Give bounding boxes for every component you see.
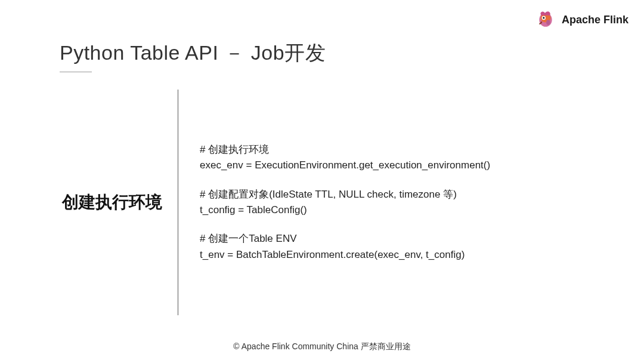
title-underline (60, 72, 92, 72)
content-area: 创建执行环境 # 创建执行环境 exec_env = ExecutionEnvi… (54, 90, 608, 315)
code-line: t_env = BatchTableEnvironment.create(exe… (200, 247, 608, 263)
code-line: t_config = TableConfig() (200, 202, 608, 218)
vertical-divider (178, 90, 178, 315)
code-comment: # 创建执行环境 (200, 142, 608, 158)
svg-point-4 (546, 20, 550, 25)
brand-header: Apache Flink (535, 8, 628, 32)
footer-copyright: © Apache Flink Community China 严禁商业用途 (0, 342, 644, 352)
section-label-column: 创建执行环境 (54, 90, 173, 315)
blank-line (200, 174, 608, 187)
page-title: Python Table API － Job开发 (60, 39, 326, 67)
code-comment: # 创建配置对象(IdleState TTL, NULL check, time… (200, 187, 608, 202)
blank-line (200, 218, 608, 231)
brand-name: Apache Flink (562, 14, 628, 26)
section-label: 创建执行环境 (62, 191, 162, 214)
code-comment: # 创建一个Table ENV (200, 231, 608, 247)
code-column: # 创建执行环境 exec_env = ExecutionEnvironment… (200, 90, 608, 315)
flink-logo-icon (535, 8, 556, 32)
code-line: exec_env = ExecutionEnvironment.get_exec… (200, 158, 608, 173)
svg-point-3 (543, 17, 544, 19)
